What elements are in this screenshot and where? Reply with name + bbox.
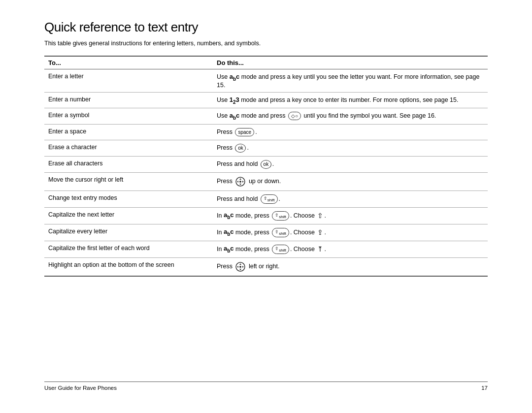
reference-table: To... Do this... Enter a letter Use abc … bbox=[44, 56, 488, 277]
table-row: Move the cursor right or left Press up o… bbox=[44, 172, 488, 191]
svg-marker-9 bbox=[237, 266, 238, 268]
cap-next-icon: ⇧ bbox=[317, 212, 323, 220]
svg-marker-1 bbox=[239, 178, 241, 180]
abc-mode-icon: abc bbox=[230, 73, 240, 82]
footer-right: 17 bbox=[481, 385, 488, 391]
nav-circle-icon-2 bbox=[235, 261, 246, 272]
footer-left: User Guide for Rave Phones bbox=[44, 385, 117, 391]
svg-point-5 bbox=[239, 181, 241, 183]
row-to: Enter a space bbox=[44, 124, 213, 140]
row-do: Press up or down. bbox=[213, 172, 488, 191]
symbol-key-icon: ◇○ bbox=[288, 112, 301, 120]
row-to: Erase all characters bbox=[44, 156, 213, 172]
abc-mode-icon: abc bbox=[224, 211, 234, 220]
table-row: Capitalize the next letter In abc mode, … bbox=[44, 207, 488, 224]
table-row: Change text entry modes Press and hold ⇧… bbox=[44, 191, 488, 207]
cap-word-icon: ⤒ bbox=[317, 245, 323, 253]
row-to: Enter a symbol bbox=[44, 108, 213, 125]
row-do: Use abc mode and press ◇○ until you find… bbox=[213, 108, 488, 125]
table-row: Erase all characters Press and hold ok. bbox=[44, 156, 488, 172]
table-row: Enter a symbol Use abc mode and press ◇○… bbox=[44, 108, 488, 125]
row-do: Press left or right. bbox=[213, 257, 488, 276]
row-to: Enter a letter bbox=[44, 69, 213, 93]
row-do: Use 123 mode and press a key once to ent… bbox=[213, 92, 488, 108]
table-row: Capitalize every letter In abc mode, pre… bbox=[44, 224, 488, 241]
123-mode-icon: 123 bbox=[230, 96, 239, 105]
row-to: Capitalize every letter bbox=[44, 224, 213, 241]
ok-key-icon: ok bbox=[261, 160, 271, 169]
col-header-do: Do this... bbox=[213, 56, 488, 69]
table-row: Enter a letter Use abc mode and press a … bbox=[44, 69, 488, 93]
table-row: Enter a space Press space. bbox=[44, 124, 488, 140]
page-footer: User Guide for Rave Phones 17 bbox=[44, 381, 488, 391]
table-row: Enter a number Use 123 mode and press a … bbox=[44, 92, 488, 108]
col-header-to: To... bbox=[44, 56, 213, 69]
nav-circle-icon bbox=[235, 176, 246, 187]
ok-key-icon: ok bbox=[235, 144, 246, 153]
row-do: Press and hold ok. bbox=[213, 156, 488, 172]
abc-mode-icon: abc bbox=[224, 228, 234, 237]
row-to: Change text entry modes bbox=[44, 191, 213, 207]
svg-marker-10 bbox=[242, 266, 244, 268]
row-do: Press ok. bbox=[213, 140, 488, 156]
shift-key-icon: ⇧shift bbox=[272, 211, 289, 221]
row-do: Press and hold ⇧shift. bbox=[213, 191, 488, 207]
shift-key-icon: ⇧shift bbox=[261, 194, 278, 204]
svg-marker-3 bbox=[237, 181, 238, 183]
shift-key-icon: ⇧shift bbox=[272, 245, 289, 254]
svg-point-11 bbox=[239, 266, 241, 268]
abc-mode-icon: abc bbox=[224, 245, 234, 254]
table-row: Highlight an option at the bottom of the… bbox=[44, 257, 488, 276]
svg-marker-8 bbox=[239, 269, 241, 270]
row-do: In abc mode, press ⇧shift. Choose ⤒. bbox=[213, 241, 488, 257]
row-to: Enter a number bbox=[44, 92, 213, 108]
svg-marker-4 bbox=[242, 181, 244, 183]
cap-all-icon: ⇪ bbox=[317, 228, 323, 236]
row-do: In abc mode, press ⇧shift. Choose ⇪. bbox=[213, 224, 488, 241]
svg-marker-2 bbox=[239, 184, 241, 185]
row-to: Capitalize the first letter of each word bbox=[44, 241, 213, 257]
table-row: Capitalize the first letter of each word… bbox=[44, 241, 488, 257]
shift-key-icon: ⇧shift bbox=[272, 228, 289, 237]
row-to: Capitalize the next letter bbox=[44, 207, 213, 224]
page-subtitle: This table gives general instructions fo… bbox=[44, 40, 488, 47]
abc-mode-icon: abc bbox=[230, 112, 240, 121]
row-to: Highlight an option at the bottom of the… bbox=[44, 257, 213, 276]
row-do: Press space. bbox=[213, 124, 488, 140]
svg-marker-7 bbox=[239, 263, 241, 265]
row-do: Use abc mode and press a key until you s… bbox=[213, 69, 488, 93]
page-title: Quick reference to text entry bbox=[44, 20, 488, 35]
table-row: Erase a character Press ok. bbox=[44, 140, 488, 156]
row-do: In abc mode, press ⇧shift. Choose ⇧. bbox=[213, 207, 488, 224]
row-to: Erase a character bbox=[44, 140, 213, 156]
row-to: Move the cursor right or left bbox=[44, 172, 213, 191]
space-key-icon: space bbox=[235, 128, 254, 136]
